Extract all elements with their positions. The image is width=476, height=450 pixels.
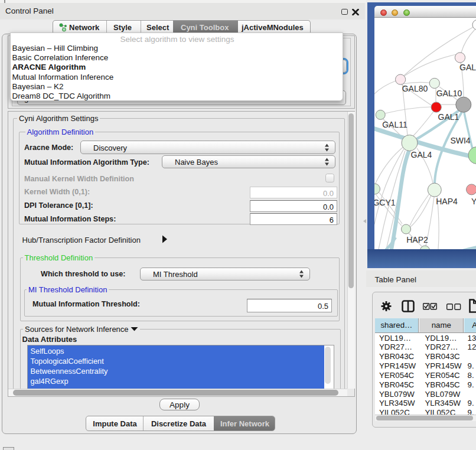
svg-text:GAL10: GAL10 <box>436 89 462 98</box>
svg-text:GAL11: GAL11 <box>382 120 407 129</box>
svg-text:GCY1: GCY1 <box>374 198 396 207</box>
svg-text:HAP2: HAP2 <box>406 235 428 244</box>
svg-text:GAL80: GAL80 <box>402 84 428 93</box>
svg-text:HAP4: HAP4 <box>436 197 458 206</box>
svg-text:GAL7: GAL7 <box>459 63 476 72</box>
svg-text:YD: YD <box>471 197 476 206</box>
svg-text:GAL4: GAL4 <box>410 150 432 159</box>
svg-text:GAL1: GAL1 <box>438 112 459 122</box>
svg-text:SWI4: SWI4 <box>450 136 470 145</box>
